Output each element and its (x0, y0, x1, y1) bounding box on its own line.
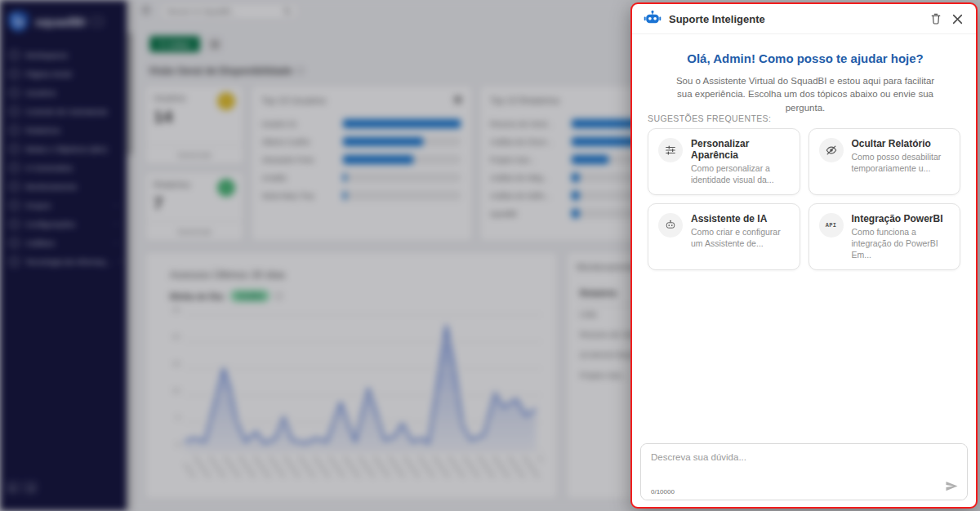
eye-off-icon (819, 138, 844, 162)
suggestion-card-ocultar-relatorio[interactable]: Ocultar Relatório Como posso desabilitar… (808, 128, 961, 195)
close-icon[interactable] (951, 12, 964, 26)
suggestion-card-assistente-ia[interactable]: Assistente de IA Como criar e configurar… (648, 203, 800, 270)
suggestion-card-integracao-powerbi[interactable]: API Integração PowerBI Como funciona a i… (808, 203, 961, 270)
screen: squadBI Workspaces Página Inicial Usuári… (0, 0, 980, 511)
sliders-icon (658, 138, 683, 162)
suggestions-label: SUGESTÕES FREQUENTES: (648, 113, 771, 123)
question-textarea[interactable] (641, 444, 967, 500)
support-panel: Suporte Inteligente Olá, Admin! Como pos… (630, 2, 978, 509)
support-panel-header: Suporte Inteligente (632, 4, 976, 34)
suggestions-grid: Personalizar Aparência Como personalizar… (648, 128, 960, 270)
robot-icon (658, 213, 683, 238)
greeting-heading: Olá, Admin! Como posso te ajudar hoje? (650, 51, 960, 65)
panel-title: Suporte Inteligente (669, 13, 921, 25)
clear-chat-trash-icon[interactable] (929, 11, 943, 26)
char-counter: 0/10000 (651, 488, 675, 495)
robot-icon (644, 10, 662, 28)
intro-text: Sou o Assistente Virtual do SquadBI e es… (675, 74, 936, 114)
suggestion-card-personalizar-aparencia[interactable]: Personalizar Aparência Como personalizar… (648, 128, 800, 195)
api-icon: API (819, 213, 844, 238)
send-icon[interactable] (945, 480, 959, 495)
question-input-box: 0/10000 (640, 443, 968, 500)
